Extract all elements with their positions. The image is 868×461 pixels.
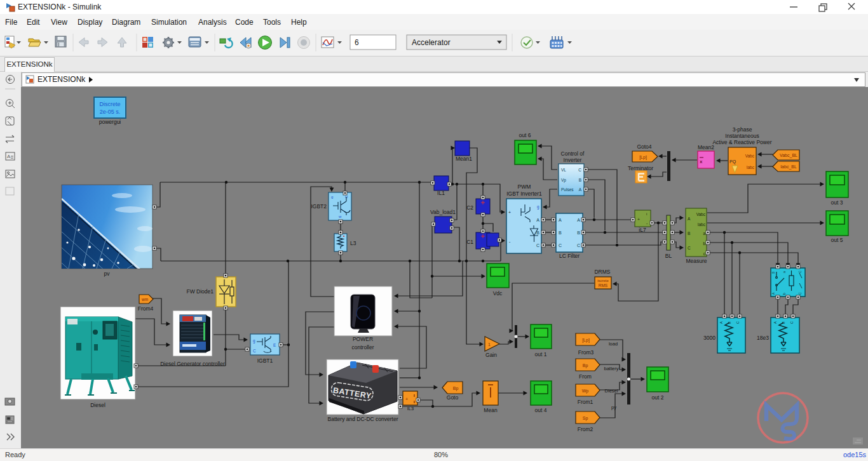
svg-text:3000: 3000 (703, 335, 715, 341)
svg-text:out 3: out 3 (831, 199, 843, 206)
svg-text:IL3: IL3 (407, 406, 414, 411)
svg-text:BL: BL (665, 253, 672, 259)
svg-text:[Lp]: [Lp] (639, 155, 647, 160)
svg-text:A: A (579, 187, 582, 192)
svg-text:controller: controller (352, 344, 374, 351)
svg-text:A: A (7, 154, 11, 159)
svg-text:B: B (579, 178, 581, 182)
svg-text:+: + (405, 397, 408, 401)
svg-text:Accelerator: Accelerator (412, 38, 451, 47)
svg-text:Discrete: Discrete (99, 101, 120, 107)
svg-text:out 1: out 1 (535, 351, 547, 357)
svg-text:B: B (688, 231, 690, 236)
svg-text:From: From (579, 373, 592, 380)
svg-text:Goto: Goto (447, 394, 459, 401)
svg-text:A: A (773, 321, 777, 324)
svg-text:IGBT2: IGBT2 (311, 203, 327, 210)
svg-text:LC Filter: LC Filter (559, 253, 580, 259)
svg-text:C: C (559, 243, 562, 248)
svg-text:A: A (536, 218, 539, 222)
svg-text:battery: battery (604, 366, 619, 371)
svg-text:Diesel: Diesel (90, 402, 105, 408)
svg-text:Vp: Vp (561, 178, 566, 183)
svg-text:Battery and DC-DC converter: Battery and DC-DC converter (327, 416, 398, 422)
svg-text:+: + (637, 217, 640, 222)
svg-text:IGBT1: IGBT1 (257, 357, 273, 364)
svg-text:out 6: out 6 (519, 132, 531, 138)
svg-text:Instantaneous: Instantaneous (725, 133, 759, 139)
svg-text:IGBT Inverter1: IGBT Inverter1 (506, 190, 542, 197)
svg-text:VL: VL (561, 168, 566, 172)
svg-text:Control of: Control of (561, 150, 585, 157)
svg-text:RMS: RMS (599, 283, 608, 288)
svg-text:POWER: POWER (353, 336, 373, 342)
svg-text:2e-05 s.: 2e-05 s. (100, 109, 121, 115)
svg-text:powergui: powergui (99, 119, 121, 125)
svg-text:g: g (331, 195, 333, 199)
svg-text:Mean1: Mean1 (456, 156, 472, 162)
svg-text:+: + (508, 210, 511, 215)
svg-text:w: w (338, 215, 342, 218)
svg-text:pv: pv (104, 271, 111, 277)
svg-text:From2: From2 (578, 426, 593, 432)
svg-text:A: A (559, 218, 562, 222)
svg-text:Vabc: Vabc (696, 212, 706, 217)
svg-text:B: B (559, 230, 562, 235)
svg-text:A: A (719, 321, 723, 324)
svg-text:Terminator: Terminator (628, 165, 653, 171)
svg-text:C: C (536, 243, 539, 248)
svg-text:Mean: Mean (484, 407, 498, 413)
svg-text:Bp: Bp (453, 386, 459, 391)
svg-text:C2: C2 (466, 204, 473, 211)
svg-text:Vabc: Vabc (745, 154, 755, 158)
svg-text:C: C (688, 246, 691, 250)
svg-text:load: load (609, 341, 618, 347)
svg-text:Diesel: Diesel (605, 388, 618, 394)
svg-text:6: 6 (355, 38, 359, 47)
svg-text:Pulses: Pulses (561, 187, 574, 192)
svg-text:b: b (782, 293, 786, 295)
svg-text:B: B (536, 230, 539, 235)
svg-text:C: C (578, 168, 581, 172)
svg-text:Iabc: Iabc (698, 222, 706, 227)
svg-text:C: C (798, 292, 802, 295)
svg-text:Active & Reactive Power: Active & Reactive Power (712, 139, 771, 145)
svg-text:Vdc: Vdc (493, 290, 503, 297)
svg-text:Goto4: Goto4 (637, 144, 651, 150)
svg-text:Vabc_BL: Vabc_BL (780, 153, 797, 158)
svg-text:[Lp]: [Lp] (582, 338, 590, 343)
svg-text:a: a (703, 231, 705, 236)
svg-text:out 5: out 5 (831, 237, 843, 243)
svg-text:iL7: iL7 (639, 227, 646, 233)
svg-text:PWM: PWM (518, 184, 531, 190)
svg-text:A: A (688, 217, 691, 221)
svg-text:out 2: out 2 (652, 394, 664, 401)
svg-text:C1: C1 (466, 239, 473, 245)
svg-text:a: a (782, 271, 786, 273)
svg-text:Mean2: Mean2 (698, 144, 714, 150)
svg-text:E: E (273, 343, 276, 347)
svg-text:A: A (577, 218, 580, 222)
svg-text:PQ: PQ (729, 159, 736, 164)
svg-text:From3: From3 (578, 349, 594, 356)
svg-text:out 4: out 4 (535, 407, 547, 413)
svg-text:From4: From4 (138, 305, 154, 312)
svg-text:C: C (736, 321, 740, 324)
svg-text:x: x (700, 159, 703, 164)
svg-text:py: py (611, 404, 616, 410)
svg-text:C: C (790, 321, 794, 324)
svg-text:Diesel Generator controller: Diesel Generator controller (160, 361, 225, 367)
svg-text:i: i (646, 212, 647, 216)
svg-text:Wp: Wp (582, 389, 589, 394)
svg-text:B: B (577, 230, 580, 235)
svg-text:C: C (798, 271, 802, 273)
svg-text:Measure: Measure (686, 258, 707, 264)
svg-text:DRMS: DRMS (594, 269, 610, 275)
svg-text:b: b (703, 241, 705, 246)
svg-text:g: g (537, 204, 539, 210)
svg-text:iscrete: iscrete (597, 279, 609, 283)
svg-text:C: C (577, 243, 580, 248)
svg-text:Iabc: Iabc (747, 165, 755, 170)
svg-text:L3: L3 (350, 240, 356, 246)
svg-text:Sp: Sp (583, 416, 588, 421)
